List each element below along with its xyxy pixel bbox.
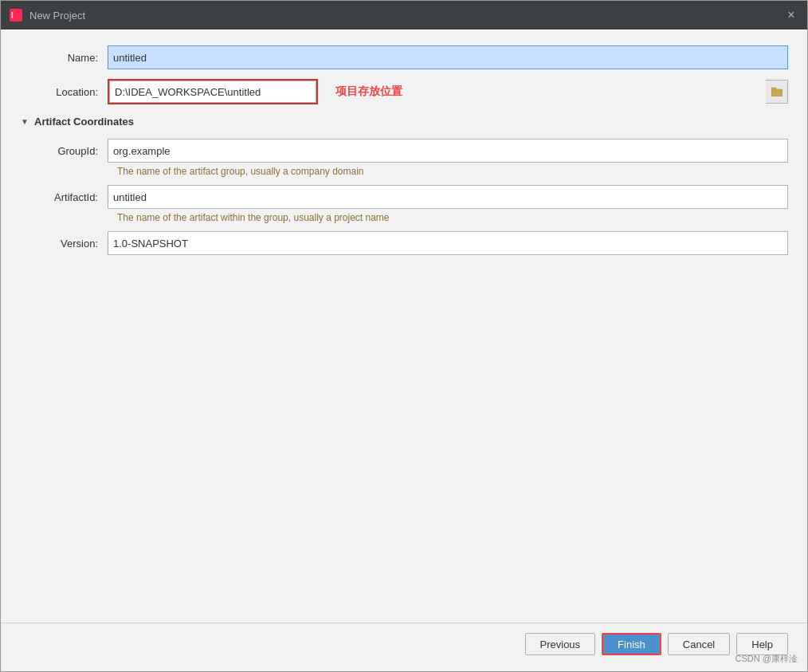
watermark: CSDN @康梓淦 [735,653,798,665]
help-button[interactable]: Help [736,633,788,655]
svg-text:I: I [11,11,14,20]
collapse-arrow[interactable]: ▼ [20,117,29,127]
artifact-section-header: ▼ Artifact Coordinates [20,116,788,128]
new-project-dialog: I New Project × Name: Location: 项目存放位置 [0,0,808,672]
groupid-label: GroupId: [36,145,108,157]
version-label: Version: [36,238,108,250]
artifactid-hint: The name of the artifact within the grou… [117,212,788,223]
artifactid-input[interactable] [108,185,788,209]
location-highlight-box [108,79,318,104]
cancel-button[interactable]: Cancel [668,633,730,655]
location-input-highlighted[interactable] [109,81,316,103]
artifactid-label: ArtifactId: [36,191,108,203]
name-label: Name: [20,52,108,64]
version-row: Version: [36,231,788,255]
title-bar: I New Project × [1,1,807,29]
location-annotation: 项目存放位置 [335,84,402,99]
artifact-form: GroupId: The name of the artifact group,… [36,139,788,255]
finish-button[interactable]: Finish [602,633,661,655]
name-row: Name: [20,45,788,69]
version-input[interactable] [108,231,788,255]
app-icon: I [9,8,23,22]
dialog-footer: Previous Finish Cancel Help [1,623,807,671]
previous-button[interactable]: Previous [525,633,596,655]
groupid-hint: The name of the artifact group, usually … [117,166,788,177]
groupid-row: GroupId: [36,139,788,163]
location-row: Location: 项目存放位置 [20,79,788,104]
artifact-section-title: Artifact Coordinates [34,116,134,128]
name-input[interactable] [108,45,788,69]
svg-rect-3 [771,88,776,91]
location-label: Location: [20,86,108,98]
artifactid-row: ArtifactId: [36,185,788,209]
groupid-input[interactable] [108,139,788,163]
dialog-title: New Project [29,10,783,22]
location-field-wrapper: 项目存放位置 [108,79,788,104]
close-button[interactable]: × [783,7,799,23]
browse-button[interactable] [766,80,788,104]
dialog-body: Name: Location: 项目存放位置 [1,29,807,623]
